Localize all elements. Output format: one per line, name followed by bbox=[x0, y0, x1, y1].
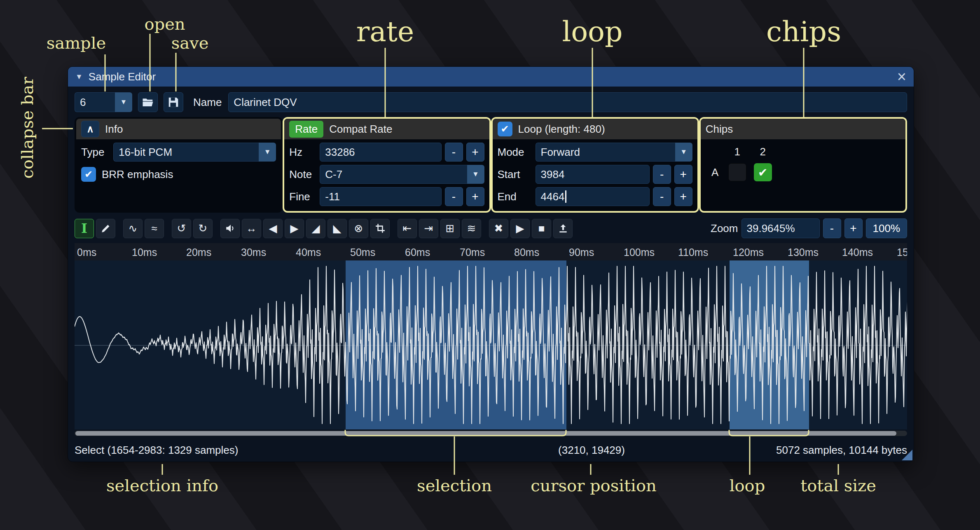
check-icon: ✔ bbox=[501, 123, 509, 135]
crossfade-button[interactable]: ✖ bbox=[489, 219, 508, 238]
annotation-rate: rate bbox=[356, 15, 414, 48]
save-button[interactable] bbox=[164, 92, 183, 112]
draw-mode-button[interactable] bbox=[96, 219, 115, 238]
chevron-down-icon[interactable]: ▼ bbox=[115, 92, 132, 112]
zoom-input[interactable]: 39.9645% bbox=[741, 218, 820, 238]
zoom-out-button[interactable]: - bbox=[823, 218, 841, 238]
info-header-label: Info bbox=[105, 123, 123, 136]
resample-icon: ≈ bbox=[151, 222, 157, 235]
chip-a1-checkbox[interactable] bbox=[728, 163, 746, 181]
annotation-selection: selection bbox=[417, 476, 492, 495]
arrow-to-right-icon: ⇥ bbox=[424, 222, 433, 235]
loop-end-plus-button[interactable]: + bbox=[674, 187, 692, 206]
loop-end-input[interactable]: 4464 bbox=[536, 187, 650, 206]
chip-a2-checkbox[interactable]: ✔ bbox=[754, 163, 772, 181]
fade-out-button[interactable]: ◣ bbox=[327, 219, 347, 238]
waveform-display[interactable] bbox=[75, 260, 907, 429]
annotation-total-size: total size bbox=[800, 476, 876, 495]
name-value: Clarinet DQV bbox=[234, 96, 297, 109]
speaker-icon bbox=[225, 223, 236, 234]
fine-minus-button[interactable]: - bbox=[445, 187, 463, 206]
info-section: ∧ Info Type 16-bit PCM ▼ bbox=[75, 117, 283, 213]
brr-emphasis-checkbox[interactable]: ✔ bbox=[81, 167, 96, 182]
zoom-in-button[interactable]: + bbox=[844, 218, 863, 238]
edit-mode-button[interactable]: I bbox=[75, 219, 94, 238]
invert-button[interactable]: ▶ bbox=[285, 219, 304, 238]
fade-in-button[interactable]: ◢ bbox=[306, 219, 325, 238]
ruler-label: 30ms bbox=[241, 246, 266, 258]
chips-col-1-label: 1 bbox=[734, 145, 740, 158]
stop-preview-button[interactable]: ■ bbox=[532, 219, 551, 238]
insert-silence-button[interactable]: ⊞ bbox=[440, 219, 460, 238]
zoom-label: Zoom bbox=[711, 222, 738, 235]
squared-plus-icon: ⊞ bbox=[446, 222, 455, 235]
loop-end-minus-button[interactable]: - bbox=[653, 187, 671, 206]
annotation-selection-info: selection info bbox=[106, 476, 218, 495]
reverse-button[interactable]: ◀ bbox=[263, 219, 283, 238]
loop-start-minus-button[interactable]: - bbox=[653, 165, 671, 184]
undo-icon: ↺ bbox=[177, 222, 186, 235]
resize-grip[interactable] bbox=[902, 450, 912, 460]
waveform-scrollbar[interactable] bbox=[75, 431, 907, 436]
annotation-collapse-bar: collapse bar bbox=[18, 77, 37, 178]
chevron-down-icon[interactable]: ▼ bbox=[259, 143, 276, 162]
loop-start-plus-button[interactable]: + bbox=[674, 165, 692, 184]
loop-start-input[interactable]: 3984 bbox=[536, 165, 650, 184]
titlebar[interactable]: ▼ Sample Editor × bbox=[68, 67, 914, 87]
resample-button[interactable]: ≈ bbox=[145, 219, 164, 238]
chevron-down-icon[interactable]: ▼ bbox=[467, 165, 484, 184]
loop-end-value: 4464 bbox=[541, 190, 565, 203]
hz-minus-button[interactable]: - bbox=[445, 143, 463, 162]
fade-out-icon: ◣ bbox=[333, 222, 341, 235]
hz-input[interactable]: 33286 bbox=[320, 143, 441, 162]
sample-number-select[interactable]: 6 ▼ bbox=[75, 92, 132, 112]
close-icon[interactable]: × bbox=[897, 69, 906, 84]
page: sample open save rate loop chips collaps… bbox=[0, 0, 980, 530]
fine-input[interactable]: -11 bbox=[320, 187, 441, 206]
filter-wave-icon: ≋ bbox=[467, 222, 476, 235]
amplify-button[interactable] bbox=[220, 219, 240, 238]
name-label: Name bbox=[193, 96, 222, 109]
type-select[interactable]: 16-bit PCM ▼ bbox=[113, 143, 276, 162]
note-select[interactable]: C-7 ▼ bbox=[320, 165, 484, 184]
shift-forward-button[interactable]: ⇥ bbox=[419, 219, 438, 238]
fine-plus-button[interactable]: + bbox=[466, 187, 484, 206]
annotation-loop: loop bbox=[562, 15, 622, 48]
name-input[interactable]: Clarinet DQV bbox=[228, 92, 907, 112]
ruler-label: 130ms bbox=[788, 246, 819, 258]
note-label: Note bbox=[289, 168, 320, 181]
annotation-sample: sample bbox=[47, 33, 106, 52]
rate-header-label: Compat Rate bbox=[329, 123, 392, 136]
sample-row: 6 ▼ Name Clarinet DQV bbox=[75, 92, 907, 112]
open-button[interactable] bbox=[138, 92, 158, 112]
zoom-value: 39.9645% bbox=[747, 222, 795, 235]
resize-button[interactable]: ∿ bbox=[123, 219, 143, 238]
loop-start-value: 3984 bbox=[541, 168, 565, 181]
hz-plus-button[interactable]: + bbox=[466, 143, 484, 162]
sample-number-value: 6 bbox=[75, 92, 115, 112]
redo-button[interactable]: ↻ bbox=[193, 219, 213, 238]
upload-button[interactable] bbox=[553, 219, 573, 238]
apply-silence-button[interactable]: ⊗ bbox=[349, 219, 368, 238]
shift-back-button[interactable]: ⇤ bbox=[398, 219, 417, 238]
preview-button[interactable]: ▶ bbox=[510, 219, 530, 238]
normalize-button[interactable]: ↔ bbox=[242, 219, 261, 238]
arrows-horizontal-icon: ↔ bbox=[246, 222, 257, 235]
trim-button[interactable] bbox=[370, 219, 390, 238]
fine-value: -11 bbox=[325, 190, 340, 203]
zoom-reset-button[interactable]: 100% bbox=[866, 218, 907, 238]
loop-header: ✔ Loop (length: 480) bbox=[493, 119, 697, 139]
chevron-down-icon[interactable]: ▼ bbox=[675, 143, 692, 162]
rate-badge-button[interactable]: Rate bbox=[289, 121, 323, 138]
window-collapse-icon[interactable]: ▼ bbox=[75, 73, 83, 81]
collapse-info-button[interactable]: ∧ bbox=[81, 121, 99, 137]
toolbar: I ∿ ≈ ↺ ↻ bbox=[75, 218, 907, 239]
ruler-label: 50ms bbox=[350, 246, 375, 258]
loop-enable-checkbox[interactable]: ✔ bbox=[498, 122, 512, 136]
loop-header-label: Loop (length: 480) bbox=[518, 123, 605, 136]
undo-button[interactable]: ↺ bbox=[172, 219, 191, 238]
filter-button[interactable]: ≋ bbox=[462, 219, 481, 238]
pencil-icon bbox=[101, 223, 111, 234]
loop-mode-select[interactable]: Forward ▼ bbox=[536, 143, 692, 162]
scrollbar-thumb[interactable] bbox=[75, 431, 896, 436]
